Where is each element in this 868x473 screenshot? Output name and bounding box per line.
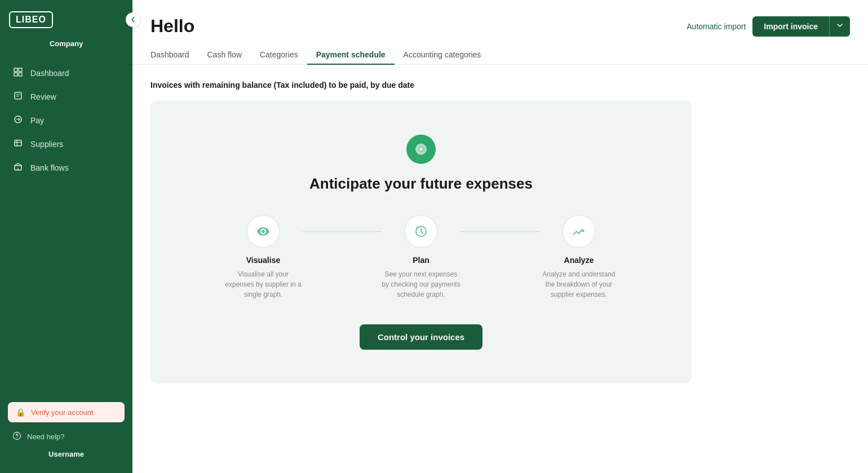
sidebar: LIBEO Company Dashboard: [0, 0, 132, 473]
page-title: Hello: [150, 16, 194, 37]
empty-state-title: Anticipate your future expenses: [309, 175, 533, 193]
svg-rect-4: [15, 92, 21, 99]
sidebar-item-pay[interactable]: Pay: [0, 109, 132, 132]
connector-2: [460, 231, 539, 232]
import-invoice-btn-group: Import invoice: [752, 16, 850, 37]
main-content: Hello Automatic import Import invoice Da…: [132, 0, 868, 473]
empty-state-card: Anticipate your future expenses Visualis…: [150, 101, 692, 383]
need-help-label: Need help?: [27, 432, 65, 441]
tab-accounting-categories[interactable]: Accounting categories: [395, 46, 490, 65]
svg-rect-2: [14, 73, 17, 76]
svg-rect-1: [19, 68, 22, 72]
visualise-icon-circle: [247, 215, 280, 248]
automatic-import-link[interactable]: Automatic import: [687, 22, 746, 31]
plan-icon-circle: [405, 215, 437, 248]
feature-analyze: Analyze Analyze and understand the break…: [539, 215, 618, 300]
tab-cash-flow[interactable]: Cash flow: [198, 46, 251, 65]
sidebar-nav: Dashboard Review Pay: [0, 57, 132, 395]
import-invoice-dropdown-button[interactable]: [829, 16, 850, 37]
sidebar-item-dashboard-label: Dashboard: [30, 69, 69, 78]
sidebar-item-review-label: Review: [30, 92, 56, 101]
bank-flows-icon: [12, 162, 24, 173]
svg-rect-3: [19, 73, 22, 76]
sidebar-username: Username: [0, 447, 132, 464]
import-invoice-button[interactable]: Import invoice: [752, 16, 829, 37]
features-row: Visualise Visualise all your expenses by…: [224, 215, 618, 300]
control-invoices-button[interactable]: Control your invoices: [360, 324, 482, 350]
sidebar-collapse-button[interactable]: [126, 12, 140, 27]
analyze-title: Analyze: [564, 256, 594, 265]
tab-categories[interactable]: Categories: [251, 46, 307, 65]
sidebar-item-review[interactable]: Review: [0, 85, 132, 109]
sidebar-logo-area: LIBEO: [0, 0, 132, 35]
sidebar-item-bank-flows[interactable]: Bank flows: [0, 156, 132, 180]
verify-account-label: Verify your account: [31, 408, 94, 417]
sidebar-item-suppliers-label: Suppliers: [30, 140, 63, 149]
pay-icon: [12, 115, 24, 126]
sidebar-item-pay-label: Pay: [30, 116, 44, 125]
svg-point-15: [419, 148, 423, 151]
analyze-desc: Analyze and understand the breakdown of …: [539, 269, 618, 300]
header-actions: Automatic import Import invoice: [687, 16, 850, 37]
sidebar-bottom: 🔒 Verify your account Need help? Usernam…: [0, 395, 132, 473]
feature-visualise: Visualise Visualise all your expenses by…: [224, 215, 303, 300]
content-area: Invoices with remaining balance (Tax inc…: [132, 65, 868, 473]
logo[interactable]: LIBEO: [9, 11, 53, 28]
lock-icon: 🔒: [16, 408, 25, 417]
svg-point-14: [16, 438, 17, 438]
sidebar-item-dashboard[interactable]: Dashboard: [0, 61, 132, 85]
svg-rect-0: [14, 68, 17, 72]
tab-payment-schedule[interactable]: Payment schedule: [307, 46, 395, 65]
dashboard-icon: [12, 68, 24, 79]
sidebar-item-bank-flows-label: Bank flows: [30, 163, 69, 172]
analyze-icon-circle: [563, 215, 595, 248]
feature-plan: Plan See your next expenses by checking …: [382, 215, 460, 300]
section-subtitle: Invoices with remaining balance (Tax inc…: [150, 81, 850, 90]
plan-desc: See your next expenses by checking our p…: [382, 269, 460, 300]
connector-1: [303, 231, 382, 232]
verify-account-button[interactable]: 🔒 Verify your account: [8, 402, 125, 422]
sidebar-item-suppliers[interactable]: Suppliers: [0, 132, 132, 156]
svg-rect-8: [15, 140, 21, 146]
tab-dashboard[interactable]: Dashboard: [150, 46, 198, 65]
suppliers-icon: [12, 139, 24, 150]
page-header: Hello Automatic import Import invoice: [132, 0, 868, 37]
visualise-desc: Visualise all your expenses by supplier …: [224, 269, 303, 300]
tabs-nav: Dashboard Cash flow Categories Payment s…: [132, 37, 868, 65]
review-icon: [12, 91, 24, 102]
help-icon: [12, 431, 21, 442]
plan-title: Plan: [413, 256, 429, 265]
empty-state-icon: [406, 135, 436, 164]
need-help-button[interactable]: Need help?: [0, 427, 132, 447]
sidebar-company-label: Company: [0, 35, 132, 57]
visualise-title: Visualise: [246, 256, 280, 265]
